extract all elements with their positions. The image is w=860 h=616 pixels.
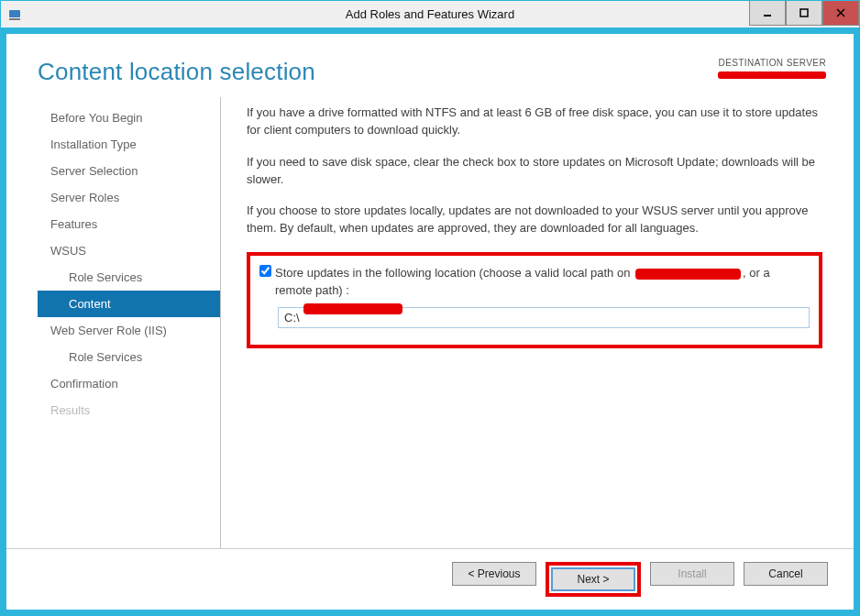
sidebar-item-results: Results — [38, 397, 220, 424]
next-button-highlight: Next > — [546, 562, 641, 597]
minimize-button[interactable] — [749, 1, 786, 26]
page-title: Content location selection — [38, 58, 315, 86]
install-button: Install — [650, 562, 734, 586]
sidebar-item-installation-type[interactable]: Installation Type — [38, 131, 220, 158]
sidebar-item-server-roles[interactable]: Server Roles — [38, 184, 220, 211]
svg-rect-0 — [9, 10, 20, 17]
paragraph-ntfs-info: If you have a drive formatted with NTFS … — [247, 104, 822, 139]
sidebar-nav: Before You Begin Installation Type Serve… — [38, 97, 221, 548]
store-updates-label: Store updates in the following location … — [275, 265, 810, 300]
sidebar-item-wsus-role-services[interactable]: Role Services — [38, 264, 220, 291]
paragraph-local-store-info: If you choose to store updates locally, … — [247, 203, 822, 237]
sidebar-item-wsus-content[interactable]: Content — [38, 291, 220, 317]
destination-block: DESTINATION SERVER — [718, 58, 826, 79]
body-frame: Content location selection DESTINATION S… — [1, 28, 859, 615]
svg-rect-3 — [800, 9, 808, 16]
paragraph-disk-space-info: If you need to save disk space, clear th… — [247, 154, 822, 189]
server-name-redacted — [635, 269, 741, 280]
sidebar-item-web-server-role-iis[interactable]: Web Server Role (IIS) — [38, 317, 220, 344]
path-input-wrap — [278, 302, 810, 328]
cancel-button[interactable]: Cancel — [744, 562, 828, 586]
server-manager-icon — [6, 6, 23, 23]
previous-button[interactable]: < Previous — [452, 562, 536, 586]
highlighted-location-section: Store updates in the following location … — [247, 252, 822, 348]
header-row: Content location selection DESTINATION S… — [6, 34, 854, 97]
wizard-button-bar: < Previous Next > Install Cancel — [6, 548, 854, 610]
main-split: Before You Begin Installation Type Serve… — [6, 97, 854, 548]
svg-rect-1 — [9, 18, 20, 20]
svg-rect-2 — [764, 15, 771, 16]
titlebar: Add Roles and Features Wizard — [1, 1, 859, 28]
next-button[interactable]: Next > — [551, 567, 635, 591]
store-updates-label-part-a: Store updates in the following location … — [275, 266, 634, 280]
window-title: Add Roles and Features Wizard — [1, 7, 859, 21]
sidebar-item-wsus[interactable]: WSUS — [38, 237, 220, 264]
wizard-window: Add Roles and Features Wizard Content lo… — [0, 0, 860, 616]
update-path-input[interactable] — [278, 307, 810, 328]
destination-server-label: DESTINATION SERVER — [718, 58, 826, 68]
body-inner: Content location selection DESTINATION S… — [6, 34, 854, 610]
sidebar-item-server-selection[interactable]: Server Selection — [38, 158, 220, 184]
sidebar-item-iis-role-services[interactable]: Role Services — [38, 344, 220, 370]
store-updates-checkbox[interactable] — [259, 265, 271, 277]
maximize-button[interactable] — [786, 1, 822, 26]
close-button[interactable] — [822, 1, 859, 26]
destination-server-redacted — [718, 72, 826, 79]
window-controls — [749, 1, 859, 28]
sidebar-item-confirmation[interactable]: Confirmation — [38, 370, 220, 397]
content-pane: If you have a drive formatted with NTFS … — [221, 97, 826, 548]
store-updates-row: Store updates in the following location … — [259, 265, 810, 300]
sidebar-item-features[interactable]: Features — [38, 211, 220, 237]
sidebar-item-before-you-begin[interactable]: Before You Begin — [38, 104, 220, 131]
